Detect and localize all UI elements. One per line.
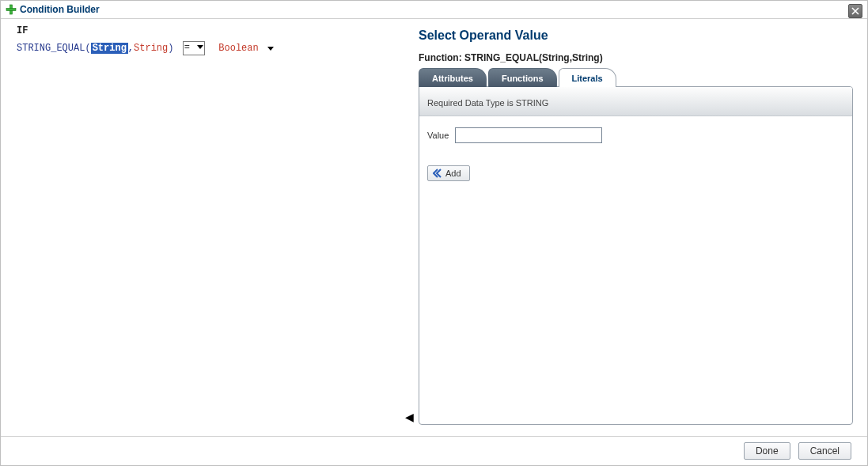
chevron-down-icon [267, 47, 274, 51]
svg-rect-1 [6, 9, 16, 11]
done-button[interactable]: Done [744, 442, 790, 460]
operator-dropdown[interactable]: = [183, 41, 205, 55]
argument-2[interactable]: String [134, 43, 168, 54]
close-button[interactable] [848, 4, 862, 18]
operand-pane: Select Operand Value Function: STRING_EQ… [412, 19, 867, 433]
body-area: IF STRING_EQUAL(String,String) = Boolean… [1, 19, 867, 433]
tab-functions[interactable]: Functions [488, 68, 557, 87]
arg-separator: , [128, 43, 134, 54]
value-row: Value [419, 116, 852, 143]
expression-pane: IF STRING_EQUAL(String,String) = Boolean… [1, 19, 412, 433]
cancel-button[interactable]: Cancel [798, 442, 851, 460]
value-label: Value [427, 131, 449, 140]
if-keyword: IF [17, 25, 412, 36]
plus-icon [6, 4, 17, 15]
result-type-dropdown[interactable]: Boolean [218, 43, 274, 54]
title-bar: Condition Builder [1, 1, 867, 19]
condition-builder-dialog: Condition Builder IF STRING_EQUAL(String… [0, 0, 868, 466]
tab-label: Functions [502, 74, 544, 83]
tab-content-literals: Required Data Type is STRING Value Add [419, 86, 853, 425]
chevron-down-icon [197, 45, 203, 49]
back-arrow-icon [433, 169, 442, 178]
add-button[interactable]: Add [427, 165, 470, 181]
required-type-text: Required Data Type is STRING [419, 87, 852, 116]
select-operand-title: Select Operand Value [419, 28, 853, 43]
expression-line: STRING_EQUAL(String,String) = Boolean [17, 41, 412, 55]
add-button-label: Add [445, 169, 461, 178]
tab-attributes[interactable]: Attributes [419, 68, 487, 87]
tab-label: Attributes [432, 74, 473, 83]
operator-value: = [184, 42, 190, 53]
done-button-label: Done [756, 445, 779, 457]
dialog-title: Condition Builder [20, 4, 100, 15]
tab-literals[interactable]: Literals [559, 68, 616, 87]
close-paren: ) [168, 43, 173, 54]
function-name[interactable]: STRING_EQUAL [17, 43, 85, 54]
collapse-handle[interactable]: ◀ [405, 411, 414, 423]
result-type-value: Boolean [218, 43, 258, 54]
value-input[interactable] [455, 127, 602, 143]
open-paren: ( [85, 43, 90, 54]
dialog-footer: Done Cancel [1, 436, 867, 465]
cancel-button-label: Cancel [810, 445, 840, 457]
function-signature: Function: STRING_EQUAL(String,String) [419, 52, 853, 63]
argument-1-selected[interactable]: String [91, 43, 128, 54]
tab-bar: Attributes Functions Literals [419, 68, 853, 87]
tab-label: Literals [572, 74, 603, 83]
